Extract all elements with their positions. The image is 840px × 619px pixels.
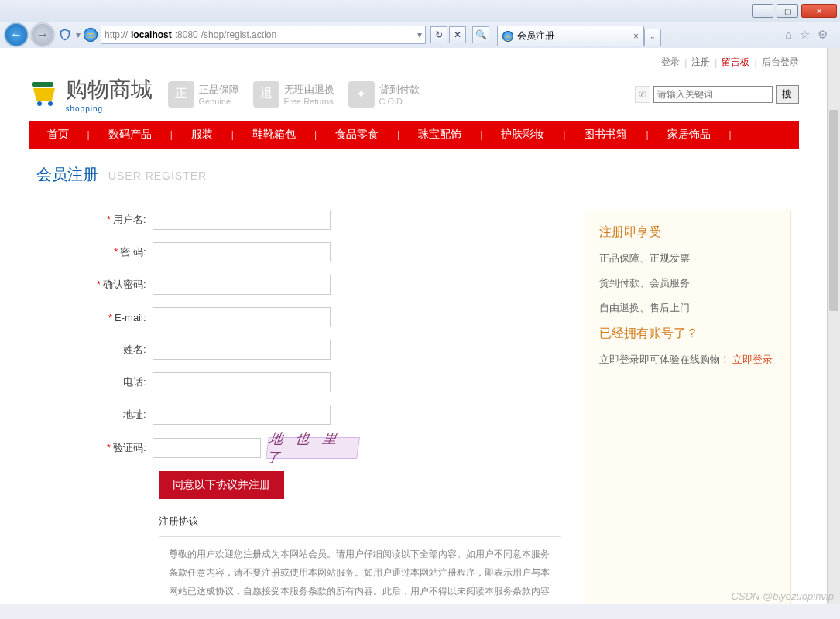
close-button[interactable]: ✕ [801,4,837,18]
url-path: /shop/regist.action [201,29,276,40]
address-bar[interactable]: http://localhost:8080/shop/regist.action… [101,26,426,44]
tab-favicon-icon [502,31,513,42]
vertical-scrollbar[interactable] [827,48,840,49]
stop-button[interactable]: ✕ [449,26,466,43]
chrome-right-icons: ⌂ ☆ ⚙ [777,28,835,42]
browser-chrome: — ▢ ✕ ← → ▾ http://localhost:8080/shop/r… [0,0,840,49]
forward-button[interactable]: → [31,23,54,46]
favorites-icon[interactable]: ☆ [800,28,810,42]
dropdown-caret-icon[interactable]: ▾ [76,29,81,40]
url-host: localhost [131,29,172,40]
addr-dropdown-icon[interactable]: ▾ [417,29,422,40]
search-button[interactable]: 🔍 [472,26,489,43]
minimize-button[interactable]: — [752,4,773,18]
home-icon[interactable]: ⌂ [785,28,792,42]
tools-gear-icon[interactable]: ⚙ [818,28,828,42]
refresh-button[interactable]: ↻ [430,26,447,43]
url-scheme: http:// [105,29,128,40]
back-button[interactable]: ← [5,23,28,46]
new-tab-button[interactable]: ▫ [644,29,661,46]
browser-toolbar: ← → ▾ http://localhost:8080/shop/regist.… [0,22,840,48]
ie-logo-icon [84,28,98,42]
browser-tab[interactable]: 会员注册 × [497,26,644,46]
window-titlebar: — ▢ ✕ [0,0,840,22]
tab-strip: 会员注册 × ▫ [497,24,774,46]
tab-title: 会员注册 [517,29,554,43]
maximize-button[interactable]: ▢ [777,4,798,18]
security-shield-icon[interactable] [57,27,73,43]
url-port: :8080 [175,29,198,40]
page-viewport: 登录| 注册| 留言板| 后台登录 购物商城 shopping 正正品保障Gen… [0,48,827,49]
tab-close-icon[interactable]: × [633,31,639,42]
